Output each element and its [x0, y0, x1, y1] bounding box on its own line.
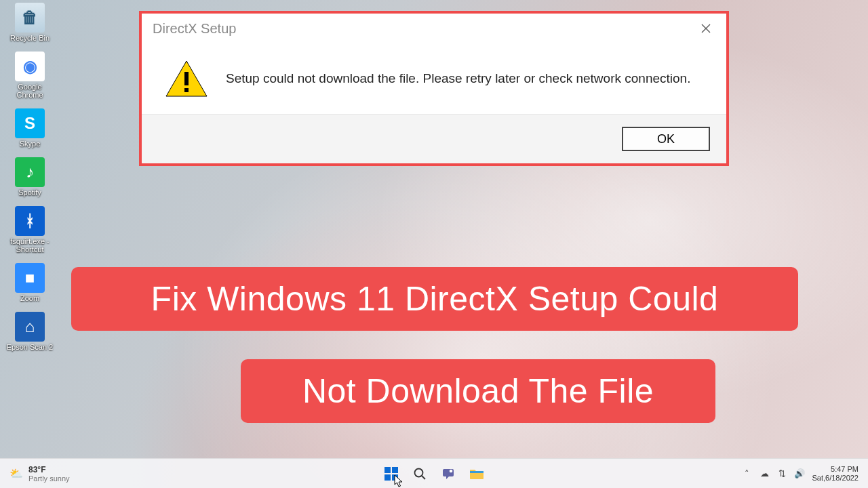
bluetooth-icon: ᚼ — [15, 206, 45, 236]
weather-icon: ⛅ — [9, 467, 23, 480]
weather-condition: Partly sunny — [28, 474, 70, 483]
desktop-icon-label: Skype — [20, 140, 41, 148]
dialog-footer: OK — [142, 115, 726, 163]
desktop-icon-label: Spotify — [18, 188, 41, 197]
desktop-icon-spotify[interactable]: ♪Spotify — [5, 157, 54, 197]
epson-icon: ⌂ — [15, 312, 45, 342]
caption-line-2: Not Download The File — [241, 359, 715, 423]
svg-rect-2 — [184, 88, 189, 92]
start-icon — [384, 466, 399, 481]
spotify-icon: ♪ — [15, 157, 45, 187]
skype-icon: S — [15, 108, 45, 138]
onedrive-icon[interactable]: ☁ — [759, 468, 770, 479]
recycle-bin-icon: 🗑 — [15, 3, 45, 33]
svg-point-11 — [450, 469, 453, 472]
ok-button[interactable]: OK — [622, 127, 710, 151]
dialog-message: Setup could not download the file. Pleas… — [226, 69, 690, 88]
caption-line-1: Fix Windows 11 DirectX Setup Could — [71, 267, 798, 331]
svg-rect-1 — [184, 72, 189, 85]
close-button[interactable] — [691, 17, 721, 40]
file-explorer-button[interactable] — [467, 464, 486, 483]
svg-rect-5 — [384, 474, 391, 481]
file-explorer-icon — [469, 467, 484, 481]
taskbar-weather[interactable]: ⛅ 83°F Partly sunny — [0, 465, 70, 483]
search-icon — [413, 467, 427, 481]
weather-temp: 83°F — [28, 465, 70, 474]
desktop-icons: 🗑Recycle Bin◉Google ChromeSSkype♪Spotify… — [5, 3, 54, 351]
desktop-icon-label: fsquirt.exe - Shortcut — [5, 237, 54, 253]
start-button[interactable] — [382, 464, 401, 483]
desktop-icon-chrome[interactable]: ◉Google Chrome — [5, 52, 54, 99]
desktop-icon-skype[interactable]: SSkype — [5, 108, 54, 148]
svg-rect-6 — [392, 474, 398, 481]
taskbar-right: ˄ ☁ ⇅ 🔊 5:47 PM Sat,6/18/2022 — [741, 465, 868, 483]
desktop-icon-label: Epson Scan 2 — [7, 343, 54, 351]
svg-marker-10 — [446, 476, 449, 479]
desktop-icon-label: Recycle Bin — [10, 34, 50, 42]
chat-button[interactable] — [439, 464, 458, 483]
svg-point-7 — [415, 468, 423, 476]
network-icon[interactable]: ⇅ — [776, 468, 787, 479]
svg-rect-12 — [470, 471, 484, 473]
desktop-icon-label: Google Chrome — [5, 83, 54, 99]
taskbar-center — [382, 464, 486, 483]
clock-date: Sat,6/18/2022 — [812, 474, 859, 483]
dialog-title: DirectX Setup — [153, 21, 236, 37]
taskbar-clock[interactable]: 5:47 PM Sat,6/18/2022 — [812, 465, 859, 483]
search-button[interactable] — [410, 464, 429, 483]
desktop-icon-bluetooth[interactable]: ᚼfsquirt.exe - Shortcut — [5, 206, 54, 253]
svg-rect-3 — [384, 467, 391, 473]
tray-chevron-icon[interactable]: ˄ — [741, 468, 752, 479]
sound-icon[interactable]: 🔊 — [794, 468, 805, 479]
chrome-icon: ◉ — [15, 52, 45, 81]
svg-rect-4 — [392, 467, 398, 473]
dialog-body: Setup could not download the file. Pleas… — [142, 43, 726, 115]
zoom-icon: ■ — [15, 263, 45, 293]
clock-time: 5:47 PM — [812, 465, 859, 474]
desktop-icon-label: Zoom — [20, 294, 39, 302]
close-icon — [701, 23, 711, 34]
taskbar: ⛅ 83°F Partly sunny — [0, 458, 868, 488]
desktop-icon-zoom[interactable]: ■Zoom — [5, 263, 54, 302]
dialog-titlebar[interactable]: DirectX Setup — [142, 14, 726, 43]
desktop-icon-epson[interactable]: ⌂Epson Scan 2 — [5, 312, 54, 351]
svg-line-8 — [422, 476, 425, 479]
directx-setup-dialog: DirectX Setup Setup could not download t… — [139, 11, 729, 166]
desktop: 🗑Recycle Bin◉Google ChromeSSkype♪Spotify… — [0, 0, 868, 488]
desktop-icon-recycle-bin[interactable]: 🗑Recycle Bin — [5, 3, 54, 42]
chat-icon — [441, 467, 455, 481]
warning-icon — [165, 60, 208, 98]
